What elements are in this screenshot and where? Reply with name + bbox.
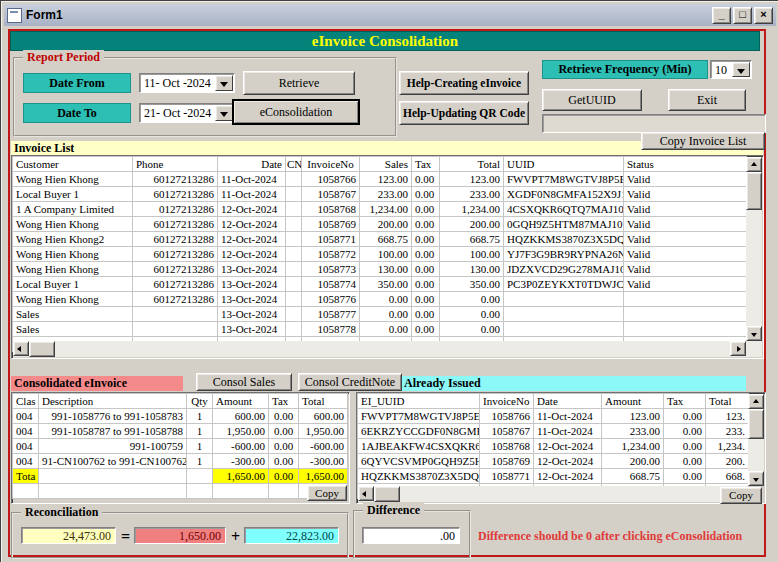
table-row[interactable]: 004991-1058776 to 991-10587831600.000.00… — [13, 409, 348, 424]
column-header: Qty — [187, 394, 213, 409]
report-period-frame: Report Period Date From 11- Oct -2024 Re… — [13, 57, 397, 137]
column-header: Date — [218, 157, 286, 172]
table-row[interactable]: Sales13-Oct-202410587780.000.000.00 — [13, 322, 747, 337]
date-to-value: 21- Oct -2024 — [144, 105, 217, 121]
column-header: InvoiceNo — [480, 394, 534, 409]
retrieve-frequency-label: Retrieve Frequency (Min) — [542, 60, 708, 79]
maximize-icon[interactable]: □ — [733, 7, 752, 24]
table-row[interactable]: Wong Hien Khong26012721328812-Oct-202410… — [13, 232, 747, 247]
einvoice-already-issued-label: eInvoice Already Issued — [356, 376, 746, 391]
help-updating-qr-button[interactable]: Help-Updating QR Code — [399, 101, 529, 125]
retrieve-frequency-combobox[interactable]: 10 — [710, 60, 752, 79]
vscroll-thumb[interactable] — [746, 172, 762, 210]
date-from-combobox[interactable]: 11- Oct -2024 — [139, 73, 235, 93]
scroll-left-icon[interactable] — [13, 341, 29, 356]
table-row[interactable]: Wong Hien Khong6012721328613-Oct-2024105… — [13, 292, 747, 307]
reconciliation-individual-field[interactable]: 22,823.00 — [244, 527, 339, 544]
copy-invoice-list-button[interactable]: Copy Invoice List — [641, 132, 765, 150]
issued-hscrollbar[interactable] — [358, 486, 748, 502]
hscroll-thumb[interactable] — [374, 486, 400, 502]
table-row[interactable]: Wong Hien Khong6012721328613-Oct-2024105… — [13, 262, 747, 277]
getuuid-button[interactable]: GetUUID — [542, 89, 642, 111]
close-icon[interactable]: × — [754, 7, 773, 24]
page-title: eInvoice Consolidation — [10, 31, 760, 51]
title-bar[interactable]: Form1 _ □ × — [4, 4, 776, 26]
difference-label: Difference — [363, 503, 424, 517]
table-row[interactable]: 00491-CN100762 to 991-CN1007621-300.000.… — [13, 454, 348, 469]
date-to-combobox[interactable]: 21- Oct -2024 — [139, 103, 235, 123]
column-header: Total — [299, 394, 348, 409]
date-to-label: Date To — [23, 103, 131, 123]
column-header: CN — [286, 157, 302, 172]
minimize-icon[interactable]: _ — [712, 7, 731, 24]
table-row[interactable]: 1AJBEAKFW4CSXQKR6105876812-Oct-20241,234… — [358, 439, 749, 454]
table-row[interactable]: 6EKRZYCCGDF0N8GMF105876711-Oct-2024233.0… — [358, 424, 749, 439]
column-header: Phone — [133, 157, 218, 172]
column-header: UUID — [504, 157, 624, 172]
scroll-corner — [746, 341, 762, 357]
reconciliation-total-field[interactable]: 24,473.00 — [21, 527, 116, 544]
table-row[interactable]: 6QYVCSVMP0GQH9Z5H105876912-Oct-2024200.0… — [358, 454, 749, 469]
table-row[interactable]: 1 A Company Limited012721328612-Oct-2024… — [13, 202, 747, 217]
form-content: eInvoice Consolidation Report Period Dat… — [4, 26, 776, 560]
report-period-label: Report Period — [23, 50, 104, 64]
table-row[interactable]: 004991-1007591-600.000.00-600.00 — [13, 439, 348, 454]
issued-header-row: EI_UUIDInvoiceNoDateAmountTaxTotal — [358, 394, 749, 409]
table-row[interactable]: Wong Hien Khong6012721328611-Oct-2024105… — [13, 172, 747, 187]
table-row[interactable]: FWVPT7M8WGTVJ8P5E105876611-Oct-2024123.0… — [358, 409, 749, 424]
column-header: Description — [39, 394, 187, 409]
invoice-vscrollbar[interactable] — [746, 157, 762, 341]
consolidated-einvoice-label: Consolidated eInvoice — [11, 376, 183, 391]
invoice-list-grid: CustomerPhoneDateCNInvoiceNoSalesTaxTota… — [11, 155, 764, 359]
invoice-header-row: CustomerPhoneDateCNInvoiceNoSalesTaxTota… — [13, 157, 747, 172]
table-row[interactable]: Local Buyer 16012721328613-Oct-202410587… — [13, 277, 747, 292]
column-header: Total — [706, 394, 749, 409]
column-header: Tax — [269, 394, 299, 409]
column-header: Status — [624, 157, 747, 172]
table-row[interactable]: Sales13-Oct-202410587770.000.000.00 — [13, 307, 747, 322]
consol-creditnote-button[interactable]: Consol CreditNote — [298, 373, 402, 391]
table-row[interactable]: 004991-1058787 to 991-105878811,950.000.… — [13, 424, 348, 439]
scroll-down-icon[interactable] — [746, 326, 762, 341]
app-window: Form1 _ □ × eInvoice Consolidation Repor… — [0, 0, 778, 562]
copy-consolidated-button[interactable]: Copy — [307, 485, 347, 501]
window-title: Form1 — [26, 8, 712, 22]
consol-sales-button[interactable]: Consol Sales — [196, 373, 292, 391]
econsolidation-button[interactable]: eConsolidation — [233, 100, 359, 124]
chevron-down-icon[interactable] — [215, 105, 233, 121]
column-header: Customer — [13, 157, 133, 172]
scroll-up-icon[interactable] — [748, 394, 764, 409]
table-row[interactable]: HQZKKMS3870Z3X5DQ105877112-Oct-2024668.7… — [358, 469, 749, 484]
issued-vscrollbar[interactable] — [748, 394, 764, 486]
reconciliation-label: Reconciliation — [21, 505, 102, 519]
vscroll-thumb[interactable] — [748, 409, 764, 439]
date-from-value: 11- Oct -2024 — [144, 75, 217, 91]
exit-button[interactable]: Exit — [668, 89, 746, 111]
column-header: Tax — [664, 394, 706, 409]
scroll-down-icon[interactable] — [748, 471, 764, 486]
getuuid-result-field[interactable] — [542, 114, 766, 133]
chevron-down-icon[interactable] — [732, 62, 750, 77]
invoice-hscrollbar[interactable] — [13, 341, 746, 357]
column-header: Tax — [412, 157, 440, 172]
table-row[interactable]: Wong Hien Khong6012721328612-Oct-2024105… — [13, 247, 747, 262]
consolidated-header-row: ClasDescriptionQtyAmountTaxTotal — [13, 394, 348, 409]
reconciliation-consolidated-field[interactable]: 1,650.00 — [134, 527, 226, 544]
date-from-label: Date From — [23, 73, 131, 93]
table-row[interactable]: Local Buyer 16012721328611-Oct-202410587… — [13, 187, 747, 202]
chevron-down-icon[interactable] — [215, 75, 233, 91]
difference-field[interactable]: .00 — [362, 527, 460, 544]
copy-issued-button[interactable]: Copy — [720, 487, 762, 504]
table-row[interactable]: Tota1,650.000.001,650.00 — [13, 469, 348, 484]
table-row[interactable] — [13, 484, 348, 499]
table-row[interactable]: Wong Hien Khong6012721328612-Oct-2024105… — [13, 217, 747, 232]
hscroll-thumb[interactable] — [29, 341, 55, 357]
help-creating-einvoice-button[interactable]: Help-Creating eInvoice — [399, 71, 529, 95]
issued-table: EI_UUIDInvoiceNoDateAmountTaxTotal FWVPT… — [357, 393, 749, 499]
column-header: Sales — [360, 157, 412, 172]
scroll-up-icon[interactable] — [746, 157, 762, 172]
scroll-right-icon[interactable] — [730, 341, 746, 356]
scroll-left-icon[interactable] — [358, 486, 374, 501]
retrieve-button[interactable]: Retrieve — [243, 71, 355, 95]
reconciliation-frame: Reconciliation 24,473.00 = 1,650.00 + 22… — [11, 512, 349, 559]
